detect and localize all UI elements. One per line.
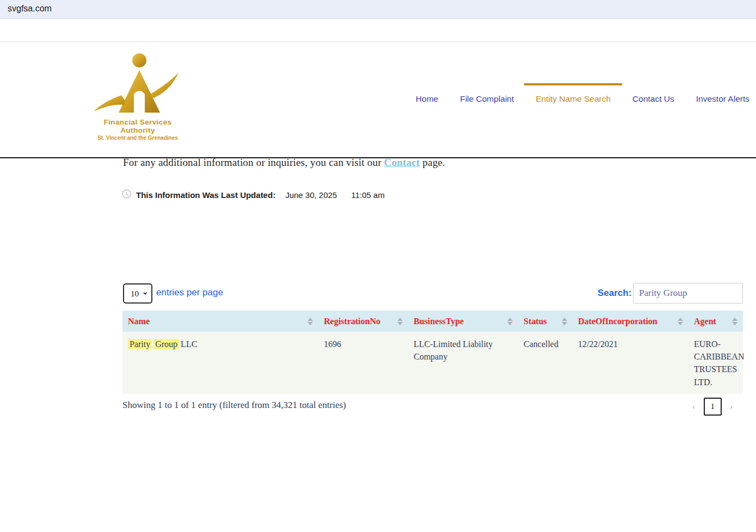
page-size-control: 10 ⌄ — [123, 283, 152, 304]
last-updated-time: 11:05 am — [351, 190, 384, 200]
url-bar[interactable]: svgfsa.com — [0, 0, 756, 19]
contact-link[interactable]: Contact — [384, 157, 420, 168]
search-label: Search: — [598, 288, 631, 299]
nav-item-home[interactable]: Home — [416, 94, 438, 104]
entity-results-table: Name RegistrationNo BusinessType Status … — [122, 311, 743, 394]
nav-item-investor-alerts[interactable]: Investor Alerts — [696, 94, 749, 104]
search-input[interactable] — [633, 283, 743, 304]
contact-line-suffix: page. — [420, 157, 445, 168]
contact-info-line: For any additional information or inquir… — [123, 157, 445, 169]
logo-subtitle: St. Vincent and the Grenadines — [87, 135, 188, 141]
last-updated-label: This Information Was Last Updated: — [136, 190, 275, 200]
pagination-page-1[interactable]: 1 — [704, 398, 722, 416]
cell-registration-no: 1696 — [318, 332, 408, 394]
cell-date-of-incorporation: 12/22/2021 — [573, 332, 689, 394]
sort-icon[interactable] — [397, 318, 403, 325]
table-row[interactable]: ParityGroupLLC 1696 LLC-Limited Liabilit… — [122, 332, 743, 394]
url-text: svgfsa.com — [0, 0, 756, 14]
highlighted-term: Group — [153, 339, 179, 349]
contact-line-prefix: For any additional information or inquir… — [123, 157, 384, 168]
sort-icon[interactable] — [562, 318, 567, 325]
sort-icon[interactable] — [678, 318, 683, 325]
page-size-select[interactable]: 10 — [123, 283, 152, 304]
cell-business-type: LLC-Limited Liability Company — [408, 332, 518, 394]
cell-name: ParityGroupLLC — [122, 332, 318, 394]
fsa-logo[interactable]: Financial Services Authority St. Vincent… — [87, 52, 188, 141]
pagination: ‹ 1 › — [692, 398, 733, 416]
table-header-row: Name RegistrationNo BusinessType Status … — [122, 311, 743, 332]
column-header-agent[interactable]: Agent — [689, 311, 743, 332]
column-header-dateofincorporation[interactable]: DateOfIncorporation — [573, 311, 689, 332]
sort-icon[interactable] — [732, 318, 737, 325]
nav-item-contact-us[interactable]: Contact Us — [632, 94, 674, 104]
nav-item-file-complaint[interactable]: File Complaint — [460, 94, 514, 104]
entries-per-page-label: entries per page — [156, 287, 223, 298]
fsa-logo-icon — [87, 52, 188, 117]
cell-agent: EURO-CARIBBEAN TRUSTEES LTD. — [689, 332, 743, 394]
column-header-status[interactable]: Status — [518, 311, 573, 332]
column-header-registrationno[interactable]: RegistrationNo — [318, 311, 408, 332]
sort-icon[interactable] — [507, 318, 513, 325]
highlighted-term: Parity — [128, 339, 152, 349]
pagination-next-icon[interactable]: › — [730, 401, 733, 412]
column-header-businesstype[interactable]: BusinessType — [408, 311, 518, 332]
last-updated-line: This Information Was Last Updated: June … — [122, 189, 385, 201]
site-header: Financial Services Authority St. Vincent… — [0, 42, 756, 158]
column-header-name[interactable]: Name — [122, 311, 318, 332]
name-rest: LLC — [181, 339, 197, 349]
cell-status: Cancelled — [518, 332, 573, 394]
nav-item-entity-name-search[interactable]: Entity Name Search — [536, 94, 611, 104]
sort-icon[interactable] — [308, 318, 313, 325]
last-updated-date: June 30, 2025 — [285, 190, 337, 200]
main-nav: Home File Complaint Entity Name Search C… — [416, 94, 749, 104]
results-summary: Showing 1 to 1 of 1 entry (filtered from… — [122, 400, 346, 411]
clock-icon — [122, 189, 131, 201]
page: svgfsa.com — [0, 0, 756, 532]
pagination-prev-icon[interactable]: ‹ — [692, 401, 696, 412]
logo-title: Financial Services Authority — [87, 118, 188, 134]
